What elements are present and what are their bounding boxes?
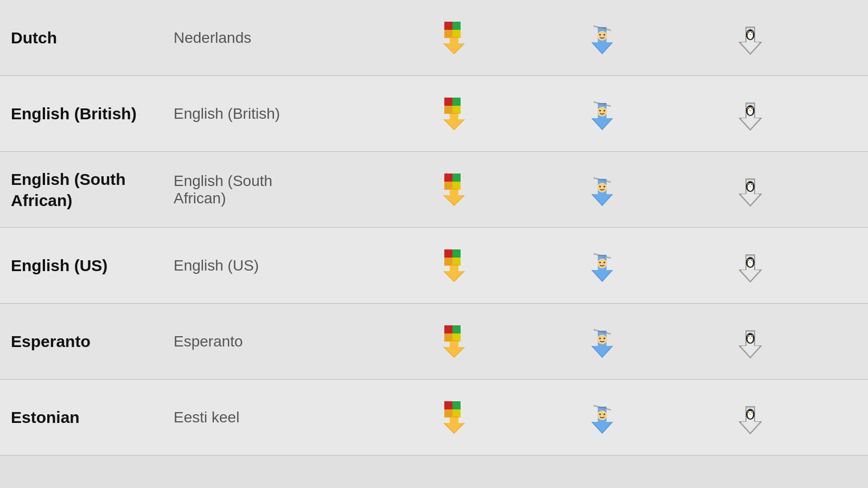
svg-rect-2 (444, 30, 452, 38)
svg-point-75 (597, 259, 607, 268)
download-windows-button[interactable] (435, 322, 474, 361)
svg-rect-47 (452, 182, 461, 190)
language-name: English (US) (0, 255, 163, 276)
svg-point-98 (599, 337, 601, 339)
download-icons (336, 322, 868, 361)
svg-rect-1 (452, 22, 461, 30)
language-row: English (British) English (British) (0, 76, 868, 152)
svg-rect-25 (452, 106, 461, 114)
download-windows-button[interactable] (435, 94, 474, 133)
svg-rect-46 (444, 182, 452, 190)
svg-point-54 (599, 185, 601, 187)
download-linux-button[interactable] (731, 170, 770, 209)
download-icons (336, 398, 868, 437)
svg-rect-66 (444, 249, 452, 258)
language-native: English (US) (163, 257, 336, 274)
svg-point-20 (751, 32, 752, 33)
svg-rect-45 (452, 174, 461, 182)
download-windows-button[interactable] (435, 170, 474, 209)
svg-point-107 (748, 336, 749, 337)
svg-marker-28 (444, 114, 464, 129)
svg-point-99 (603, 337, 605, 339)
svg-point-55 (603, 185, 605, 187)
svg-marker-72 (444, 266, 464, 281)
svg-point-130 (751, 412, 752, 413)
download-linux-button[interactable] (731, 246, 770, 285)
download-icons (336, 170, 868, 209)
svg-point-129 (748, 412, 749, 413)
download-mac-button[interactable] (583, 170, 622, 209)
download-mac-button[interactable] (583, 322, 622, 361)
svg-point-85 (748, 260, 749, 261)
download-windows-button[interactable] (435, 18, 474, 57)
svg-point-63 (748, 184, 749, 185)
svg-rect-24 (444, 106, 452, 114)
download-mac-button[interactable] (583, 94, 622, 133)
download-linux-button[interactable] (731, 18, 770, 57)
svg-rect-22 (444, 98, 452, 106)
svg-rect-110 (444, 401, 452, 409)
download-linux-button[interactable] (731, 322, 770, 361)
language-row: Estonian Eesti keel (0, 380, 868, 455)
svg-marker-50 (444, 190, 464, 205)
svg-point-108 (751, 336, 752, 337)
svg-rect-90 (444, 333, 452, 342)
language-native: English (British) (163, 105, 336, 123)
svg-point-32 (599, 110, 601, 111)
language-native: Eesti keel (163, 409, 336, 426)
svg-point-41 (748, 108, 749, 109)
svg-point-76 (599, 261, 601, 263)
language-row: Esperanto Esperanto (0, 304, 868, 380)
svg-point-53 (597, 183, 607, 192)
svg-point-31 (597, 107, 607, 117)
language-row: Dutch Nederlands (0, 0, 868, 76)
svg-point-9 (597, 31, 607, 41)
download-mac-button[interactable] (583, 246, 622, 285)
svg-point-10 (599, 34, 601, 35)
download-linux-button[interactable] (731, 398, 770, 437)
svg-point-77 (603, 261, 605, 263)
svg-rect-113 (452, 409, 461, 418)
svg-marker-6 (444, 38, 464, 53)
svg-rect-3 (452, 30, 461, 38)
svg-point-64 (751, 184, 752, 185)
download-mac-button[interactable] (583, 398, 622, 437)
svg-point-42 (751, 108, 752, 109)
language-name: Esperanto (0, 331, 163, 352)
svg-point-33 (603, 110, 605, 111)
svg-point-121 (603, 413, 605, 415)
svg-marker-116 (444, 418, 464, 433)
svg-rect-88 (444, 325, 452, 333)
download-windows-button[interactable] (435, 246, 474, 285)
svg-rect-44 (444, 174, 452, 182)
svg-rect-68 (444, 258, 452, 266)
svg-rect-69 (452, 258, 461, 266)
language-name: English (South African) (0, 169, 163, 211)
svg-point-11 (603, 34, 605, 35)
svg-rect-112 (444, 409, 452, 418)
download-icons (336, 246, 868, 285)
language-native: Esperanto (163, 333, 336, 350)
download-icons (336, 18, 868, 57)
svg-point-97 (597, 335, 607, 344)
language-native: Nederlands (163, 29, 336, 47)
svg-marker-94 (444, 342, 464, 357)
svg-point-86 (751, 260, 752, 261)
svg-rect-23 (452, 98, 461, 106)
download-windows-button[interactable] (435, 398, 474, 437)
svg-rect-0 (444, 22, 452, 30)
language-name: Dutch (0, 27, 163, 48)
language-row: English (US) English (US) (0, 228, 868, 304)
language-native: English (South African) (163, 172, 336, 207)
svg-rect-91 (452, 333, 461, 342)
svg-point-120 (599, 413, 601, 415)
svg-rect-111 (452, 401, 461, 409)
download-icons (336, 94, 868, 133)
svg-rect-89 (452, 325, 461, 333)
download-linux-button[interactable] (731, 94, 770, 133)
download-mac-button[interactable] (583, 18, 622, 57)
language-row: English (South African) English (South A… (0, 152, 868, 228)
svg-point-19 (748, 32, 749, 33)
language-name: Estonian (0, 407, 163, 428)
language-name: English (British) (0, 103, 163, 124)
